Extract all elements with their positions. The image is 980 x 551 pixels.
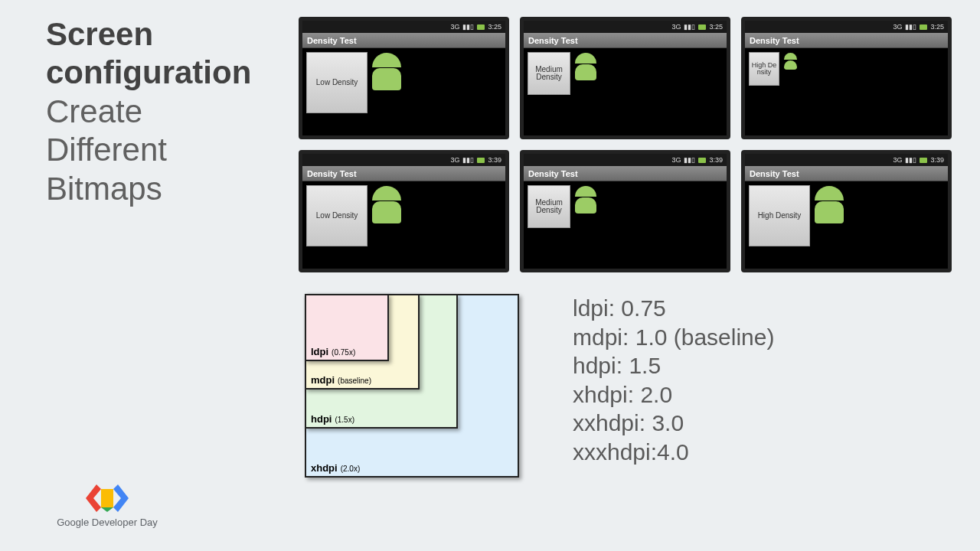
title-line2: configuration [46, 54, 268, 92]
density-squares-diagram: xhdpi(2.0x) hdpi(1.5x) mdpi(baseline) ld… [305, 294, 519, 478]
svg-marker-3 [101, 507, 113, 512]
sidebar: Screen configuration Create Different Bi… [0, 0, 268, 551]
phone-mock: 3G▮▮▯3:39Density TestHigh Density [741, 150, 952, 272]
square-mdpi-name: mdpi [311, 374, 335, 386]
app-screen: Low Density [302, 48, 505, 135]
android-icon [575, 186, 596, 197]
app-screen: Medium Density [524, 48, 727, 135]
svg-marker-1 [113, 484, 129, 512]
android-icon [815, 186, 844, 201]
title-line3: Create [46, 93, 268, 131]
battery-icon [698, 158, 706, 163]
app-screen: High Density [745, 181, 948, 269]
density-tile: Low Density [306, 185, 368, 246]
clock: 3:25 [709, 23, 723, 31]
android-icon-body [372, 201, 401, 223]
clock: 3:39 [709, 156, 723, 164]
signal-icon: ▮▮▯ [462, 23, 474, 31]
clock: 3:39 [930, 156, 944, 164]
dpi-line: ldpi: 0.75 [573, 294, 774, 323]
title-line1: Screen [46, 15, 268, 54]
signal-icon: ▮▮▯ [684, 156, 695, 164]
footer-logo-text: Google Developer Day [46, 517, 168, 528]
square-ldpi-name: ldpi [311, 346, 328, 357]
status-bar: 3G▮▮▯3:25 [302, 21, 505, 33]
network-icon: 3G [893, 156, 902, 164]
status-bar: 3G▮▮▯3:25 [524, 21, 727, 33]
phone-mock: 3G▮▮▯3:39Density TestMedium Density [520, 150, 730, 272]
phone-mock: 3G▮▮▯3:25Density TestMedium Density [520, 17, 730, 139]
app-titlebar: Density Test [302, 33, 505, 48]
network-icon: 3G [893, 23, 902, 31]
square-hdpi-name: hdpi [311, 413, 332, 425]
density-tile: Low Density [306, 52, 368, 113]
app-screen: Medium Density [524, 181, 727, 269]
phone-mock: 3G▮▮▯3:25Density TestLow Density [299, 17, 509, 139]
title-line4: Different [46, 131, 268, 169]
dpi-list: ldpi: 0.75mdpi: 1.0 (baseline)hdpi: 1.5x… [573, 294, 774, 466]
slide-title: Screen configuration Create Different Bi… [46, 15, 268, 208]
dpi-line: xxxhdpi:4.0 [573, 438, 774, 467]
status-bar: 3G▮▮▯3:39 [745, 154, 948, 166]
android-icon [372, 186, 401, 201]
square-mdpi-sub: (baseline) [338, 377, 371, 385]
app-titlebar: Density Test [745, 33, 948, 48]
app-screen: Low Density [302, 181, 505, 269]
square-xhdpi-sub: (2.0x) [341, 465, 361, 473]
status-bar: 3G▮▮▯3:39 [524, 154, 727, 166]
android-icon-body [575, 64, 596, 80]
network-icon: 3G [671, 156, 681, 164]
app-titlebar: Density Test [745, 166, 948, 181]
battery-icon [920, 24, 927, 30]
android-icon-body [815, 201, 844, 223]
dpi-line: hdpi: 1.5 [573, 351, 774, 380]
signal-icon: ▮▮▯ [905, 23, 916, 31]
phone-grid: 3G▮▮▯3:25Density TestLow Density3G▮▮▯3:2… [299, 17, 952, 272]
dpi-line: xxhdpi: 3.0 [573, 409, 774, 438]
svg-marker-2 [101, 489, 113, 507]
square-ldpi: ldpi(0.75x) [305, 294, 389, 361]
phone-mock: 3G▮▮▯3:25Density TestHigh Density [741, 17, 952, 139]
dpi-line: xhdpi: 2.0 [573, 380, 774, 409]
android-icon-body [372, 68, 401, 90]
density-tile: High Density [749, 52, 779, 86]
android-icon-body [784, 60, 797, 70]
status-bar: 3G▮▮▯3:25 [745, 21, 948, 33]
battery-icon [477, 158, 485, 163]
signal-icon: ▮▮▯ [462, 156, 474, 164]
app-titlebar: Density Test [302, 166, 505, 181]
battery-icon [477, 24, 485, 30]
app-screen: High Density [745, 48, 948, 135]
clock: 3:25 [488, 23, 501, 31]
clock: 3:39 [488, 156, 501, 164]
svg-marker-0 [86, 484, 101, 512]
density-tile: Medium Density [528, 185, 570, 228]
android-icon [372, 53, 401, 67]
android-icon [784, 53, 797, 60]
network-icon: 3G [450, 156, 459, 164]
network-icon: 3G [450, 23, 459, 31]
title-line5: Bitmaps [46, 170, 268, 208]
android-icon [575, 53, 596, 64]
density-tile: Medium Density [528, 52, 570, 95]
app-titlebar: Density Test [524, 33, 727, 48]
square-xhdpi-name: xhdpi [311, 462, 338, 474]
phone-mock: 3G▮▮▯3:39Density TestLow Density [299, 150, 509, 272]
clock: 3:25 [930, 23, 944, 31]
developer-day-icon [46, 484, 168, 512]
network-icon: 3G [671, 23, 681, 31]
battery-icon [698, 24, 706, 30]
dpi-line: mdpi: 1.0 (baseline) [573, 323, 774, 352]
content: 3G▮▮▯3:25Density TestLow Density3G▮▮▯3:2… [268, 0, 980, 551]
status-bar: 3G▮▮▯3:39 [302, 154, 505, 166]
signal-icon: ▮▮▯ [684, 23, 695, 31]
square-hdpi-sub: (1.5x) [335, 416, 354, 424]
signal-icon: ▮▮▯ [905, 156, 916, 164]
android-icon-body [575, 197, 596, 214]
bottom-row: xhdpi(2.0x) hdpi(1.5x) mdpi(baseline) ld… [299, 294, 952, 478]
battery-icon [920, 158, 927, 163]
app-titlebar: Density Test [524, 166, 727, 181]
square-ldpi-sub: (0.75x) [332, 348, 355, 357]
density-tile: High Density [749, 185, 810, 246]
footer-logo: Google Developer Day [46, 484, 168, 528]
